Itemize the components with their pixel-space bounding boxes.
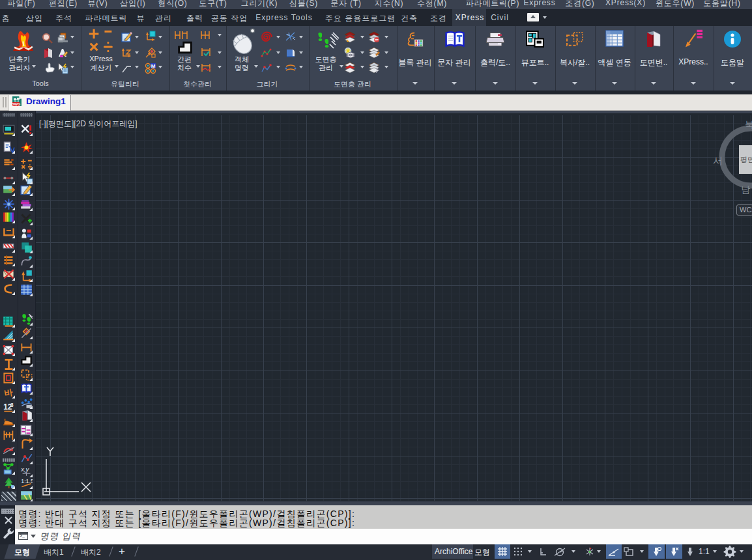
svg-text:M: M <box>151 63 156 69</box>
svg-text:3: 3 <box>10 402 14 408</box>
svg-text:평면: 평면 <box>740 156 752 163</box>
svg-text:x,y: x,y <box>20 466 29 473</box>
svg-text:남: 남 <box>741 184 750 195</box>
svg-text:DWG: DWG <box>12 102 20 106</box>
svg-text:바: 바 <box>3 387 14 398</box>
svg-text:북: 북 <box>745 119 752 130</box>
svg-text:서: 서 <box>713 155 723 166</box>
